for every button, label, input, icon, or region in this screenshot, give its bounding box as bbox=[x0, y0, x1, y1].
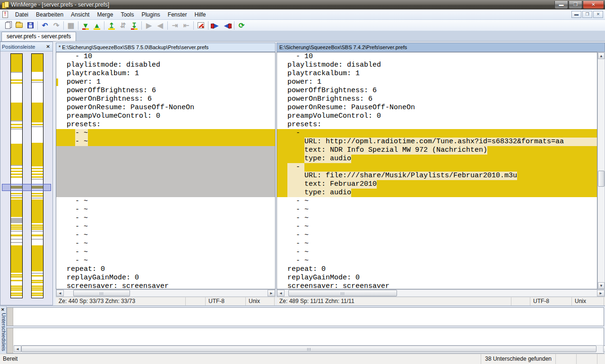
scroll-down-arrow-icon[interactable]: ▼ bbox=[598, 282, 605, 289]
code-line[interactable]: - ~ bbox=[56, 257, 275, 265]
restore-button[interactable]: ❐ bbox=[569, 1, 582, 9]
redo-button[interactable]: ↷ bbox=[51, 20, 62, 31]
code-line[interactable]: replayGainMode: 0 bbox=[56, 274, 275, 282]
code-line[interactable]: screensaver: screensaver bbox=[56, 282, 275, 289]
copy-all-left-button[interactable]: ◀ bbox=[221, 20, 233, 31]
menu-item-plugins[interactable]: Plugins bbox=[138, 10, 164, 19]
copy-all-right-button[interactable]: ▶ bbox=[210, 20, 221, 31]
mdi-restore-button[interactable]: ❐ bbox=[582, 11, 592, 18]
location-bar-left[interactable] bbox=[10, 53, 23, 298]
code-line[interactable]: presets: bbox=[56, 121, 275, 129]
code-line[interactable]: - ~ bbox=[56, 214, 275, 223]
code-line[interactable]: - ~ bbox=[56, 206, 275, 214]
code-line[interactable]: powerOffBrightness: 6 bbox=[56, 87, 275, 95]
code-line[interactable]: - ~ bbox=[277, 223, 597, 231]
next-difference-button[interactable]: ▼ bbox=[80, 20, 91, 31]
code-line[interactable]: preampVolumeControl: 0 bbox=[277, 112, 597, 121]
code-line[interactable] bbox=[56, 172, 275, 180]
new-button[interactable] bbox=[2, 20, 13, 31]
mdi-close-button[interactable]: ✕ bbox=[593, 11, 603, 18]
close-button[interactable]: ✕ bbox=[583, 1, 604, 9]
vscrollbar-right[interactable]: ▲ ▼ bbox=[597, 52, 605, 289]
code-line[interactable]: powerOnBrightness: 6 bbox=[56, 95, 275, 104]
menu-item-bearbeiten[interactable]: Bearbeiten bbox=[32, 10, 67, 19]
last-difference-button[interactable]: ↧ bbox=[129, 20, 140, 31]
code-line[interactable]: playlistmode: disabled bbox=[56, 61, 275, 69]
code-line[interactable]: - ~ bbox=[277, 206, 597, 214]
menu-item-hilfe[interactable]: Hilfe bbox=[191, 10, 210, 19]
code-line[interactable]: text: Februar2010 bbox=[277, 180, 597, 189]
editor-left[interactable]: - 10playlistmode: disabledplaytrackalbum… bbox=[56, 52, 276, 289]
code-line[interactable]: - ~ bbox=[56, 129, 275, 138]
document-icon[interactable] bbox=[2, 11, 8, 18]
code-line[interactable] bbox=[56, 189, 275, 197]
hscroll-thumb-left[interactable] bbox=[73, 290, 130, 296]
undo-button[interactable]: ↶ bbox=[39, 20, 51, 31]
code-line[interactable]: - ~ bbox=[277, 214, 597, 223]
code-line[interactable]: powerOnResume: PauseOff-NoneOn bbox=[277, 104, 597, 112]
code-line[interactable]: powerOnBrightness: 6 bbox=[277, 95, 597, 104]
previous-difference-button[interactable]: ▲ bbox=[91, 20, 103, 31]
code-line[interactable] bbox=[56, 180, 275, 189]
code-line[interactable]: repeat: 0 bbox=[56, 265, 275, 274]
code-line[interactable]: URL: file:///share/Musik/Playlists/Febru… bbox=[277, 172, 597, 180]
code-line[interactable]: screensaver: screensaver bbox=[277, 282, 597, 289]
hscroll-thumb-right[interactable] bbox=[288, 290, 397, 296]
copy-left-advance-button[interactable]: ⇤ bbox=[181, 20, 192, 31]
code-line[interactable]: - ~ bbox=[277, 197, 597, 206]
copy-right-button[interactable]: ▶ bbox=[143, 20, 155, 31]
hscrollbar-right[interactable]: ◄ ► bbox=[277, 289, 605, 297]
code-line[interactable]: - ~ bbox=[277, 257, 597, 265]
scroll-right-arrow-icon[interactable]: ► bbox=[603, 346, 605, 352]
save-button[interactable] bbox=[25, 20, 36, 31]
code-line[interactable]: - ~ bbox=[56, 197, 275, 206]
code-line[interactable]: playtrackalbum: 1 bbox=[277, 69, 597, 78]
code-line[interactable]: - bbox=[277, 129, 597, 138]
copy-right-advance-button[interactable]: ⇥ bbox=[169, 20, 181, 31]
menu-item-merge[interactable]: Merge bbox=[93, 10, 117, 19]
editor-right[interactable]: - 10playlistmode: disabledplaytrackalbum… bbox=[277, 52, 597, 289]
code-line[interactable]: - 10 bbox=[277, 52, 597, 61]
code-line[interactable] bbox=[56, 163, 275, 172]
code-line[interactable]: - ~ bbox=[56, 248, 275, 257]
location-bar-right[interactable] bbox=[31, 53, 43, 298]
code-line[interactable]: replayGainMode: 0 bbox=[277, 274, 597, 282]
refresh-button[interactable]: ⟳ bbox=[236, 20, 247, 31]
vscroll-thumb[interactable] bbox=[598, 171, 605, 187]
difference-hscroll-thumb[interactable] bbox=[21, 346, 596, 352]
code-line[interactable] bbox=[56, 155, 275, 163]
menu-item-ansicht[interactable]: Ansicht bbox=[67, 10, 93, 19]
difference-pane-close-icon[interactable]: ✕ bbox=[1, 307, 5, 312]
location-pane-close-icon[interactable]: ✕ bbox=[45, 44, 51, 49]
code-line[interactable]: - ~ bbox=[277, 240, 597, 248]
code-line[interactable]: text: NDR Info Spezial MW 972 (Nachricht… bbox=[277, 146, 597, 155]
hscrollbar-left[interactable]: ◄ ► bbox=[56, 289, 276, 297]
options-button[interactable] bbox=[195, 20, 207, 31]
scroll-left-arrow-icon[interactable]: ◄ bbox=[14, 346, 21, 352]
scroll-right-arrow-icon[interactable]: ► bbox=[597, 290, 605, 296]
copy-left-button[interactable]: ◀ bbox=[155, 20, 166, 31]
file-path-header-left[interactable]: * E:\Sicherung\SqueezeBox\SBS 7.5.0\Back… bbox=[56, 43, 276, 52]
code-line[interactable]: type: audio bbox=[277, 155, 597, 163]
mdi-minimize-button[interactable]: ▬ bbox=[571, 11, 581, 18]
code-line[interactable] bbox=[56, 146, 275, 155]
code-line[interactable]: preampVolumeControl: 0 bbox=[56, 112, 275, 121]
code-line[interactable]: URL: http://opml.radiotime.com/Tune.ashx… bbox=[277, 138, 597, 146]
code-line[interactable]: - 10 bbox=[56, 52, 275, 61]
code-line[interactable]: powerOnResume: PauseOff-NoneOn bbox=[56, 104, 275, 112]
code-line[interactable]: - ~ bbox=[56, 223, 275, 231]
code-line[interactable]: repeat: 0 bbox=[277, 265, 597, 274]
code-line[interactable]: - bbox=[277, 163, 597, 172]
code-line[interactable]: playtrackalbum: 1 bbox=[56, 69, 275, 78]
open-button[interactable] bbox=[13, 20, 25, 31]
scroll-up-arrow-icon[interactable]: ▲ bbox=[598, 52, 605, 59]
code-line[interactable]: - ~ bbox=[56, 138, 275, 146]
menu-item-datei[interactable]: Datei bbox=[11, 10, 32, 19]
first-difference-button[interactable]: ↥ bbox=[106, 20, 117, 31]
scroll-left-arrow-icon[interactable]: ◄ bbox=[56, 290, 64, 296]
code-line[interactable]: presets: bbox=[277, 121, 597, 129]
code-line[interactable]: - ~ bbox=[277, 231, 597, 240]
code-line[interactable]: power: 1 bbox=[277, 78, 597, 87]
menu-item-tools[interactable]: Tools bbox=[117, 10, 138, 19]
location-view-rectangle[interactable] bbox=[2, 184, 51, 191]
